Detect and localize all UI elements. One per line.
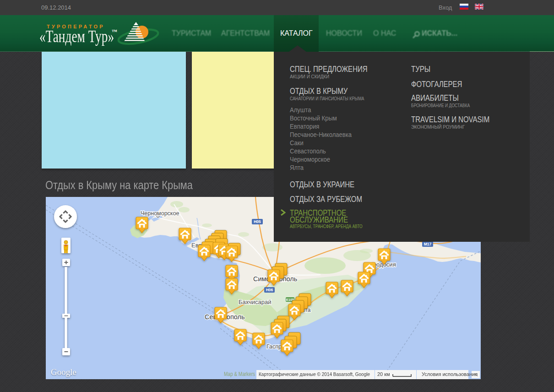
svg-text:Условия использования: Условия использования [422, 371, 478, 377]
svg-text:М17: М17 [424, 242, 432, 246]
svg-text:↖: ↖ [474, 372, 478, 377]
svg-text:20 км: 20 км [377, 371, 390, 377]
svg-text:Черноморское: Черноморское [141, 210, 179, 217]
svg-text:Бахчисарай: Бахчисарай [239, 299, 271, 305]
svg-text:Н05: Н05 [254, 219, 261, 224]
svg-text:Google: Google [51, 367, 76, 377]
svg-text:Картографические данные © 2014: Картографические данные © 2014 Basarsoft… [259, 371, 370, 377]
svg-text:Н06: Н06 [266, 288, 273, 292]
svg-text:Map & Markers: Map & Markers [224, 371, 255, 377]
